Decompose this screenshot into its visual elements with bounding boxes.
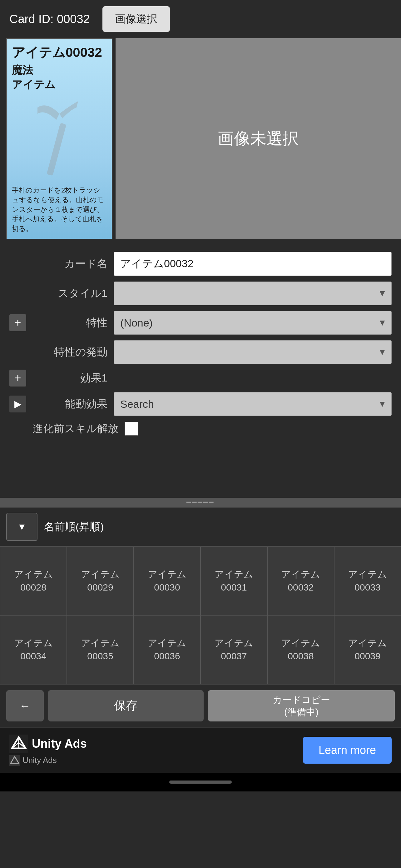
trait-select[interactable]: (None): [114, 311, 392, 335]
grid-cell-00036[interactable]: アイテム00036: [134, 615, 201, 684]
grid-cell-label: アイテム00032: [281, 568, 320, 594]
grid-cell-label: アイテム00034: [14, 637, 53, 663]
sort-arrow-icon: ▼: [17, 522, 27, 532]
grid-cell-00039[interactable]: アイテム00039: [334, 615, 401, 684]
grid-cell-00030[interactable]: アイテム00030: [134, 547, 201, 615]
grid-cell-00029[interactable]: アイテム00029: [67, 547, 134, 615]
pre-evo-skill-checkbox[interactable]: [125, 422, 138, 436]
action-bar: ← 保存 カードコピー(準備中): [0, 684, 401, 727]
learn-more-button[interactable]: Learn more: [303, 737, 392, 764]
trait-label: 特性: [32, 316, 107, 330]
grid-cell-label: アイテム00037: [214, 637, 253, 663]
card-preview-type2: アイテム: [12, 78, 107, 92]
effect1-add-button[interactable]: +: [9, 370, 26, 386]
card-name-row: カード名: [9, 252, 392, 276]
drag-divider[interactable]: ━━━━━: [0, 498, 401, 507]
card-id-label: Card ID: 00032: [9, 12, 90, 26]
effect1-label: 効果1: [32, 371, 107, 385]
grid-cell-label: アイテム00039: [348, 637, 387, 663]
image-placeholder-text: 画像未選択: [218, 128, 299, 150]
pre-evo-skill-row: 進化前スキル解放: [9, 422, 392, 436]
unity-small-logo-icon: [9, 755, 20, 766]
card-copy-label: カードコピー(準備中): [273, 694, 330, 717]
passive-effect-select-wrapper: Search ▼: [114, 392, 392, 416]
trait-trigger-row: 特性の発動 ▼: [9, 340, 392, 364]
top-bar: Card ID: 00032 画像選択: [0, 0, 401, 38]
unity-small-branding: Unity Ads: [9, 755, 57, 766]
grid-cell-00035[interactable]: アイテム00035: [67, 615, 134, 684]
trait-select-wrapper: (None) ▼: [114, 311, 392, 335]
back-button[interactable]: ←: [6, 690, 44, 721]
unity-logo-area: Unity Ads Unity Ads: [9, 735, 87, 766]
grid-cell-label: アイテム00038: [281, 637, 320, 663]
trait-trigger-select[interactable]: [114, 340, 392, 364]
sort-bar: ▼ 名前順(昇順): [0, 507, 401, 546]
image-select-button[interactable]: 画像選択: [102, 6, 170, 32]
grid-cell-00031[interactable]: アイテム00031: [201, 547, 267, 615]
ad-bar: Unity Ads Unity Ads Learn more: [0, 727, 401, 773]
style1-select-wrapper: ▼: [114, 281, 392, 305]
passive-effect-select[interactable]: Search: [114, 392, 392, 416]
style1-label: スタイル1: [32, 286, 107, 301]
grid-cell-00033[interactable]: アイテム00033: [334, 547, 401, 615]
card-preview: アイテム00032 魔法 アイテム 手札のカードを2枚トラッシュするなら使える。…: [6, 38, 112, 239]
style1-select[interactable]: [114, 281, 392, 305]
grid-cell-label: アイテム00031: [214, 568, 253, 594]
drag-handle-icon: ━━━━━: [187, 498, 214, 507]
grid-cell-00037[interactable]: アイテム00037: [201, 615, 267, 684]
svg-rect-0: [46, 123, 66, 176]
grid-cell-label: アイテム00033: [348, 568, 387, 594]
sort-label: 名前順(昇順): [44, 520, 104, 534]
grid-cell-label: アイテム00028: [14, 568, 53, 594]
card-image-area: [12, 95, 107, 183]
effect1-row: + 効果1: [9, 370, 392, 386]
grid-cell-00028[interactable]: アイテム00028: [0, 547, 67, 615]
unity-small-text: Unity Ads: [23, 755, 57, 765]
pre-evo-skill-label: 進化前スキル解放: [32, 422, 119, 436]
card-name-input[interactable]: [114, 252, 392, 276]
card-preview-title: アイテム00032: [12, 44, 107, 61]
grid-cell-label: アイテム00030: [148, 568, 187, 594]
play-button[interactable]: ▶: [9, 396, 26, 412]
card-preview-type1: 魔法: [12, 63, 107, 78]
unity-ads-logo-icon: [9, 735, 28, 753]
home-indicator: [0, 773, 401, 792]
form-area: カード名 スタイル1 ▼ + 特性 (None) ▼ 特性の発動: [0, 246, 401, 498]
back-arrow-icon: ←: [20, 699, 31, 712]
card-name-label: カード名: [32, 256, 107, 271]
card-copy-button[interactable]: カードコピー(準備中): [208, 690, 395, 721]
preview-area: アイテム00032 魔法 アイテム 手札のカードを2枚トラッシュするなら使える。…: [0, 38, 401, 246]
trait-add-button[interactable]: +: [9, 314, 26, 331]
grid-cell-00038[interactable]: アイテム00038: [267, 615, 334, 684]
form-spacer: [9, 441, 392, 492]
unity-ads-branding: Unity Ads: [9, 735, 87, 753]
grid-cell-label: アイテム00036: [148, 637, 187, 663]
trait-trigger-select-wrapper: ▼: [114, 340, 392, 364]
passive-effect-row: ▶ 能動効果 Search ▼: [9, 392, 392, 416]
trait-trigger-label: 特性の発動: [32, 345, 107, 359]
unity-ads-text: Unity Ads: [32, 737, 87, 750]
home-bar: [169, 780, 232, 784]
grid-cell-00034[interactable]: アイテム00034: [0, 615, 67, 684]
trait-row: + 特性 (None) ▼: [9, 311, 392, 335]
save-button[interactable]: 保存: [48, 690, 204, 721]
card-grid: アイテム00028 アイテム00029 アイテム00030 アイテム00031 …: [0, 546, 401, 684]
grid-cell-label: アイテム00029: [81, 568, 120, 594]
sort-direction-button[interactable]: ▼: [6, 513, 37, 541]
card-preview-desc: 手札のカードを2枚トラッシュするなら使える。山札のモンスターから１枚まで選び、手…: [12, 186, 107, 234]
grid-cell-00032[interactable]: アイテム00032: [267, 547, 334, 615]
image-placeholder: 画像未選択: [115, 38, 401, 239]
grid-cell-label: アイテム00035: [81, 637, 120, 663]
pickaxe-icon: [28, 98, 91, 179]
style1-row: スタイル1 ▼: [9, 281, 392, 305]
passive-effect-label: 能動効果: [32, 397, 107, 411]
